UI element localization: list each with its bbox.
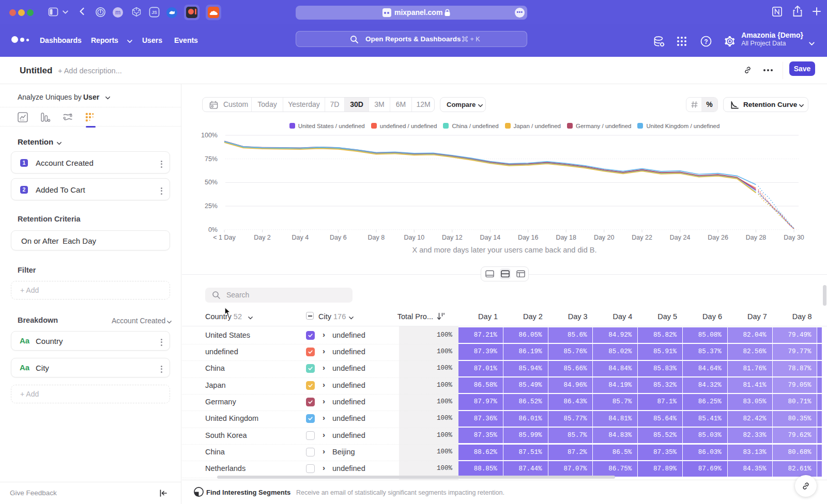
svg-text:Day 16: Day 16 bbox=[518, 234, 539, 241]
svg-text:Day 28: Day 28 bbox=[746, 234, 767, 241]
svg-text:Day 20: Day 20 bbox=[594, 234, 615, 241]
svg-text:Day 8: Day 8 bbox=[368, 234, 385, 241]
svg-text:Day 24: Day 24 bbox=[670, 234, 691, 241]
svg-text:Day 10: Day 10 bbox=[404, 234, 424, 241]
svg-text:Day 6: Day 6 bbox=[330, 234, 347, 241]
svg-text:Day 14: Day 14 bbox=[480, 234, 500, 241]
svg-text:?: ? bbox=[704, 38, 708, 45]
svg-text:JS: JS bbox=[151, 10, 157, 15]
svg-text:100%: 100% bbox=[201, 132, 218, 139]
svg-text:Day 4: Day 4 bbox=[292, 234, 309, 241]
svg-text:Day 30: Day 30 bbox=[784, 234, 804, 241]
svg-text:25%: 25% bbox=[205, 202, 218, 210]
svg-text:< 1 Day: < 1 Day bbox=[213, 234, 236, 241]
svg-text:50%: 50% bbox=[205, 179, 218, 186]
svg-text:0%: 0% bbox=[208, 226, 218, 233]
svg-text:Day 26: Day 26 bbox=[708, 234, 728, 241]
svg-text:75%: 75% bbox=[205, 155, 218, 163]
svg-text:Day 22: Day 22 bbox=[632, 234, 652, 241]
svg-text:Day 12: Day 12 bbox=[442, 234, 463, 241]
svg-text:Day 2: Day 2 bbox=[254, 234, 271, 241]
svg-text:Day 18: Day 18 bbox=[556, 234, 576, 241]
